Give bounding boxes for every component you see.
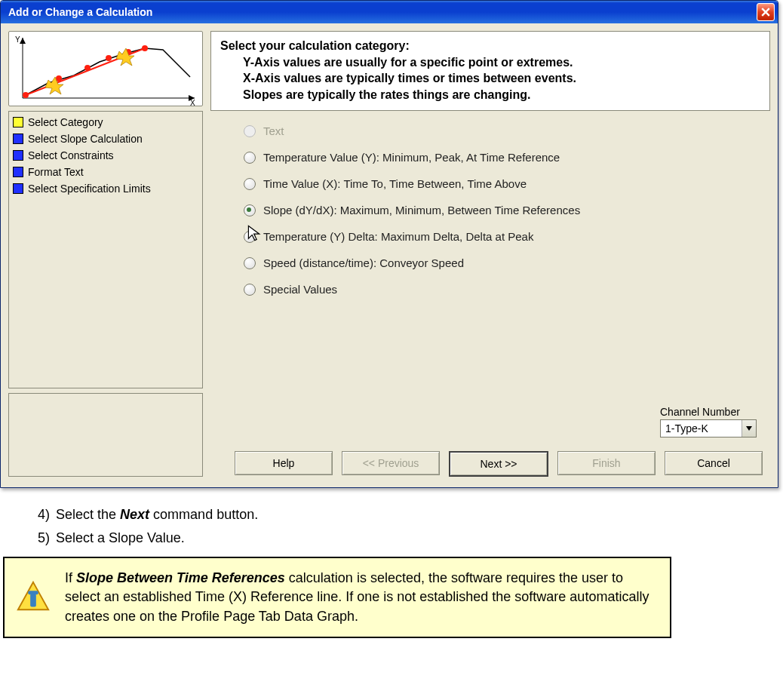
channel-dropdown[interactable]: 1-Type-K — [660, 419, 757, 438]
step-number: 5) — [32, 527, 50, 550]
svg-text:X: X — [190, 99, 195, 106]
radio-option-special[interactable]: Special Values — [244, 283, 757, 296]
options-area: Text Temperature Value (Y): Minimum, Pea… — [210, 111, 770, 447]
radio-icon — [244, 231, 256, 243]
finish-button: Finish — [557, 451, 656, 475]
svg-rect-13 — [30, 594, 36, 606]
option-label: Temperature (Y) Delta: Maximum Delta, De… — [263, 230, 533, 243]
option-label: Text — [263, 124, 284, 137]
dropdown-value: 1-Type-K — [661, 422, 742, 434]
dialog-window: Add or Change a Calculation Y X — [0, 0, 778, 488]
radio-icon — [244, 178, 256, 190]
step-item: Select Specification Limits — [13, 180, 198, 197]
preview-graph: Y X — [8, 31, 203, 106]
step-label: Select Specification Limits — [28, 180, 151, 197]
option-label: Special Values — [263, 283, 337, 296]
radio-icon — [244, 125, 256, 137]
radio-icon — [244, 152, 256, 164]
window-title: Add or Change a Calculation — [8, 6, 757, 18]
option-label: Speed (distance/time): Conveyor Speed — [263, 256, 464, 269]
heading-line: Y-Axis values are usually for a specific… — [220, 54, 760, 71]
radio-option-text: Text — [244, 124, 757, 137]
step-label: Select Slope Calculation — [28, 130, 143, 147]
button-row: Help << Previous Next >> Finish Cancel — [210, 447, 770, 477]
radio-option-temperature-y[interactable]: Temperature Value (Y): Minimum, Peak, At… — [244, 151, 757, 164]
close-icon[interactable] — [757, 3, 775, 21]
titlebar: Add or Change a Calculation — [1, 1, 778, 23]
info-panel — [8, 393, 203, 477]
step-label: Select Constraints — [28, 147, 114, 164]
step-item: Select Slope Calculation — [13, 130, 198, 147]
radio-option-slope[interactable]: Slope (dY/dX): Maximum, Minimum, Between… — [244, 204, 757, 216]
heading-line: X-Axis values are typically times or tim… — [220, 70, 760, 87]
instruction-step: 4) Select the Next command button. — [32, 503, 783, 527]
heading-line: Select your calculation category: — [220, 38, 760, 54]
tip-callout: If Slope Between Time References calcula… — [3, 557, 671, 638]
option-label: Slope (dY/dX): Maximum, Minimum, Between… — [263, 204, 580, 216]
previous-button: << Previous — [342, 451, 440, 475]
square-icon — [13, 150, 23, 161]
option-label: Time Value (X): Time To, Time Between, T… — [263, 177, 527, 190]
chevron-down-icon — [742, 420, 756, 437]
tip-icon — [15, 579, 51, 616]
step-label: Format Text — [28, 164, 84, 180]
svg-text:Y: Y — [15, 35, 20, 44]
next-button[interactable]: Next >> — [449, 451, 548, 477]
help-button[interactable]: Help — [235, 451, 333, 475]
square-icon — [13, 183, 23, 194]
square-icon — [13, 167, 23, 177]
heading-panel: Select your calculation category: Y-Axis… — [210, 31, 770, 111]
radio-option-time-x[interactable]: Time Value (X): Time To, Time Between, T… — [244, 177, 757, 190]
right-column: Select your calculation category: Y-Axis… — [210, 31, 770, 477]
square-icon — [13, 134, 23, 144]
tip-text: If Slope Between Time References calcula… — [65, 569, 656, 626]
window-body: Y X Select Category Select Slope Calcula… — [1, 23, 778, 487]
square-icon — [13, 117, 23, 127]
wizard-steps: Select Category Select Slope Calculation… — [8, 111, 203, 388]
instruction-step: 5) Select a Slope Value. — [32, 527, 783, 550]
step-label: Select Category — [28, 114, 103, 130]
radio-option-temperature-delta[interactable]: Temperature (Y) Delta: Maximum Delta, De… — [244, 230, 757, 243]
radio-option-speed[interactable]: Speed (distance/time): Conveyor Speed — [244, 256, 757, 269]
svg-rect-14 — [28, 591, 38, 594]
radio-icon — [244, 257, 256, 269]
option-label: Temperature Value (Y): Minimum, Peak, At… — [263, 151, 560, 164]
svg-point-7 — [106, 55, 112, 61]
channel-number-group: Channel Number 1-Type-K — [660, 406, 757, 438]
radio-icon — [244, 204, 256, 216]
cancel-button[interactable]: Cancel — [665, 451, 763, 475]
step-item: Select Category — [13, 114, 198, 130]
channel-label: Channel Number — [660, 406, 757, 418]
left-column: Y X Select Category Select Slope Calcula… — [8, 31, 203, 477]
step-item: Select Constraints — [13, 147, 198, 164]
step-text: Select the Next command button. — [56, 503, 258, 527]
instruction-list: 4) Select the Next command button. 5) Se… — [0, 503, 783, 549]
step-text: Select a Slope Value. — [56, 527, 185, 550]
step-item: Format Text — [13, 164, 198, 180]
radio-icon — [244, 284, 256, 296]
step-number: 4) — [32, 503, 50, 527]
heading-line: Slopes are typically the rates things ar… — [220, 87, 760, 103]
svg-marker-12 — [116, 48, 134, 66]
